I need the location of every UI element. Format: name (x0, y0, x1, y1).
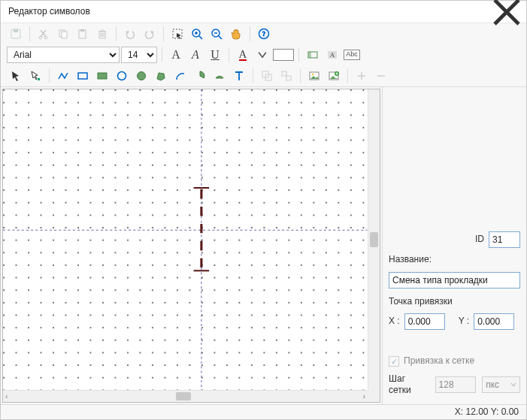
anchor-y-field[interactable] (474, 313, 514, 330)
save-icon[interactable] (7, 25, 25, 43)
svg-rect-15 (308, 52, 311, 58)
help-icon[interactable]: ? (255, 25, 273, 43)
grid-step-label: Шаг сетки (389, 373, 429, 397)
redo-icon[interactable] (141, 25, 159, 43)
svg-point-28 (312, 74, 314, 76)
italic-icon[interactable]: A (186, 46, 204, 64)
svg-point-22 (138, 72, 146, 80)
chevron-down-icon[interactable] (253, 46, 271, 64)
x-label: X : (389, 316, 400, 328)
canvas[interactable]: ‹ › (2, 89, 380, 403)
arc-icon[interactable] (171, 67, 189, 85)
delete-icon[interactable] (93, 25, 111, 43)
undo-icon[interactable] (121, 25, 139, 43)
grid-unit-select: пкс (482, 376, 520, 393)
copy-icon[interactable] (54, 25, 72, 43)
svg-point-21 (118, 72, 126, 80)
pie-icon[interactable] (191, 67, 209, 85)
toolbar-shapes (1, 65, 526, 86)
text-color-icon[interactable]: A (234, 46, 252, 64)
zoom-out-icon[interactable] (207, 25, 226, 43)
underline-icon[interactable]: U (206, 46, 224, 64)
minus-icon[interactable] (372, 67, 390, 85)
side-panel: ID Название: Точка привязки X : Y : Прив… (382, 87, 526, 404)
circle-filled-icon[interactable] (132, 67, 150, 85)
horizontal-scrollbar-thumb[interactable] (176, 392, 191, 400)
align-letter-icon[interactable]: A (323, 46, 341, 64)
svg-rect-26 (286, 76, 291, 80)
group-icon[interactable] (258, 67, 276, 85)
status-bar: X: 12.00 Y: 0.00 (1, 404, 526, 419)
text-icon[interactable] (230, 67, 248, 85)
svg-rect-18 (38, 78, 40, 80)
polyline-icon[interactable] (54, 67, 72, 85)
svg-rect-5 (62, 32, 67, 38)
svg-rect-19 (78, 73, 87, 79)
paste-icon[interactable] (74, 25, 92, 43)
scroll-left-icon[interactable]: ‹ (5, 391, 8, 401)
pan-icon[interactable] (227, 25, 245, 43)
svg-text:?: ? (262, 30, 265, 38)
bold-icon[interactable]: A (167, 46, 185, 64)
canvas-wrap: ‹ › (1, 87, 382, 404)
vertical-scrollbar[interactable] (368, 89, 380, 390)
id-field[interactable] (489, 231, 520, 248)
vertical-scrollbar-thumb[interactable] (370, 232, 378, 247)
polygon-icon[interactable] (152, 67, 170, 85)
name-label: Название: (389, 254, 432, 266)
snap-label: Привязка к сетке (404, 355, 474, 367)
cut-icon[interactable] (35, 25, 53, 43)
rect-icon[interactable] (74, 67, 92, 85)
font-size-select[interactable]: 14 (121, 47, 157, 63)
abc-box-icon[interactable]: Abc (343, 46, 361, 64)
id-label: ID (475, 234, 484, 246)
svg-rect-20 (98, 73, 107, 79)
svg-rect-1 (14, 29, 18, 32)
svg-rect-32 (3, 89, 368, 402)
circle-icon[interactable] (113, 67, 131, 85)
svg-text:A: A (330, 51, 335, 59)
symbol-editor-window: Редактор символов (0, 0, 527, 420)
svg-rect-25 (282, 71, 286, 76)
image-add-icon[interactable] (325, 67, 343, 85)
anchor-x-field[interactable] (404, 313, 445, 330)
name-field[interactable] (389, 272, 520, 289)
color-swatch[interactable] (273, 49, 294, 61)
main-area: ‹ › ID Название: Точка привязки X : (1, 86, 526, 404)
snap-to-grid-checkbox (389, 356, 399, 367)
ungroup-icon[interactable] (277, 67, 295, 85)
plus-icon[interactable] (353, 67, 371, 85)
chord-icon[interactable] (210, 67, 229, 85)
y-label: Y : (459, 316, 469, 328)
pointer-node-icon[interactable] (26, 67, 44, 85)
grid-unit-label: пкс (486, 379, 499, 391)
grid-step-field: 128 (435, 376, 477, 393)
pointer-icon[interactable] (7, 67, 25, 85)
svg-rect-7 (80, 29, 84, 32)
horizontal-scrollbar[interactable]: ‹ › (3, 390, 368, 402)
font-family-select[interactable]: Arial (7, 47, 120, 63)
window-title: Редактор символов (8, 6, 90, 18)
scrollbar-corner (368, 390, 380, 402)
titlebar: Редактор символов (1, 1, 526, 23)
scroll-right-icon[interactable]: › (363, 391, 365, 401)
toolbar-main: ? (1, 23, 526, 44)
close-button[interactable] (492, 2, 522, 23)
image-icon[interactable] (305, 67, 323, 85)
select-area-icon[interactable] (168, 25, 186, 43)
anchor-label: Точка привязки (389, 296, 453, 308)
align-box-icon[interactable] (304, 46, 322, 64)
rect-filled-icon[interactable] (93, 67, 111, 85)
toolbar-text: Arial 14 A A U A A Abc (1, 44, 526, 65)
zoom-in-icon[interactable] (188, 25, 206, 43)
status-coords: X: 12.00 Y: 0.00 (455, 406, 519, 418)
